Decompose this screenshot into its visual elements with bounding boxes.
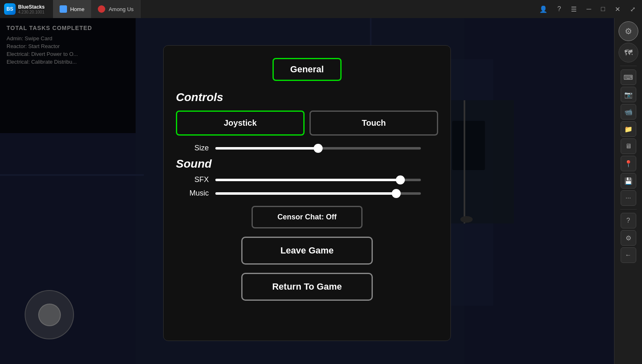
help-button[interactable]: ?: [554, 4, 564, 14]
right-sidebar: ⚙ 🗺 ⌨ 📷 📹 📁 🖥 📍 💾 ··· ? ⚙ ←: [614, 18, 642, 364]
tab-bar: Home Among Us: [53, 0, 141, 18]
expand-button[interactable]: ⤢: [627, 4, 639, 15]
modal-overlay: General Controls Joystick Touch Size: [0, 18, 614, 364]
music-slider-row: Music: [176, 189, 438, 198]
sfx-slider[interactable]: [215, 179, 421, 181]
touch-button[interactable]: Touch: [309, 111, 438, 136]
folder-icon: 📁: [624, 125, 633, 133]
window-controls: 👤 ? ☰ ─ □ ✕ ⤢: [536, 4, 642, 15]
sfx-slider-row: SFX: [176, 175, 438, 184]
sidebar-media-button[interactable]: 🖥: [621, 138, 636, 154]
among-us-tab-icon: [98, 5, 105, 13]
home-tab-icon: [60, 5, 67, 13]
more-icon: ···: [626, 194, 631, 202]
maximize-button[interactable]: □: [598, 4, 608, 14]
video-icon: 📹: [624, 108, 633, 116]
app-version: 4.230.20.1001: [18, 10, 45, 14]
sidebar-back-button[interactable]: ←: [621, 247, 636, 263]
censor-chat-container: Censor Chat: Off: [176, 206, 438, 228]
modal-tabs: General: [176, 58, 438, 81]
sidebar-help-button[interactable]: ?: [621, 213, 636, 228]
music-label: Music: [176, 189, 209, 198]
map-icon: 🗺: [624, 48, 633, 58]
size-slider-thumb[interactable]: [314, 144, 323, 153]
joystick-button[interactable]: Joystick: [176, 111, 305, 136]
sidebar-camera-button[interactable]: 📷: [621, 87, 636, 102]
prefs-icon: ⚙: [626, 234, 631, 242]
sidebar-settings-button[interactable]: ⚙: [619, 21, 638, 41]
sidebar-map-button[interactable]: 🗺: [619, 43, 638, 62]
sidebar-divider-1: [620, 66, 637, 66]
location-icon: 📍: [624, 160, 633, 168]
return-to-game-button[interactable]: Return To Game: [241, 273, 373, 301]
among-us-tab-label: Among Us: [109, 6, 134, 12]
game-area: TOTAL TASKS COMPLETED Admin: Swipe Card …: [0, 18, 614, 364]
sfx-slider-thumb[interactable]: [396, 175, 405, 184]
keyboard-icon: ⌨: [624, 74, 633, 81]
sidebar-divider-2: [620, 209, 637, 210]
bluestacks-icon: BS: [4, 3, 16, 15]
size-label: Size: [176, 144, 209, 152]
home-tab-label: Home: [70, 6, 85, 12]
sfx-label: SFX: [176, 175, 209, 184]
control-buttons-row: Joystick Touch: [176, 111, 438, 136]
sidebar-keyboard-button[interactable]: ⌨: [621, 69, 636, 85]
music-slider-fill: [215, 192, 396, 195]
controls-section: Controls Joystick Touch Size: [176, 91, 438, 152]
sidebar-location-button[interactable]: 📍: [621, 156, 636, 171]
question-icon: ?: [626, 217, 630, 224]
media-icon: 🖥: [625, 143, 632, 150]
title-bar: BS BlueStacks 4.230.20.1001 Home Among U…: [0, 0, 642, 18]
size-slider-fill: [215, 147, 318, 150]
music-slider-thumb[interactable]: [392, 189, 401, 198]
sidebar-storage-button[interactable]: 💾: [621, 173, 636, 189]
size-slider[interactable]: [215, 147, 421, 150]
app-name: BlueStacks: [18, 4, 45, 10]
sidebar-video-button[interactable]: 📹: [621, 104, 636, 120]
sidebar-folder-button[interactable]: 📁: [621, 121, 636, 137]
controls-title: Controls: [176, 91, 438, 104]
leave-game-button[interactable]: Leave Game: [241, 237, 373, 265]
tab-among-us[interactable]: Among Us: [91, 0, 141, 18]
gear-icon: ⚙: [625, 26, 632, 36]
censor-chat-button[interactable]: Censor Chat: Off: [252, 206, 363, 228]
profile-button[interactable]: 👤: [536, 4, 551, 15]
camera-icon: 📷: [624, 91, 633, 99]
back-icon: ←: [625, 251, 632, 259]
close-button[interactable]: ✕: [612, 4, 624, 15]
sound-title: Sound: [176, 157, 438, 170]
settings-modal: General Controls Joystick Touch Size: [163, 45, 451, 341]
sidebar-prefs-button[interactable]: ⚙: [621, 230, 636, 246]
minimize-button[interactable]: ─: [583, 4, 594, 14]
sfx-slider-fill: [215, 179, 400, 181]
app-logo: BS BlueStacks 4.230.20.1001: [0, 3, 49, 15]
tab-home[interactable]: Home: [53, 0, 92, 18]
general-tab[interactable]: General: [273, 58, 342, 81]
sound-section: Sound SFX Music: [176, 157, 438, 198]
music-slider[interactable]: [215, 192, 421, 195]
menu-button[interactable]: ☰: [568, 4, 580, 15]
storage-icon: 💾: [624, 177, 633, 185]
size-slider-row: Size: [176, 144, 438, 152]
sidebar-more-button[interactable]: ···: [621, 190, 636, 206]
